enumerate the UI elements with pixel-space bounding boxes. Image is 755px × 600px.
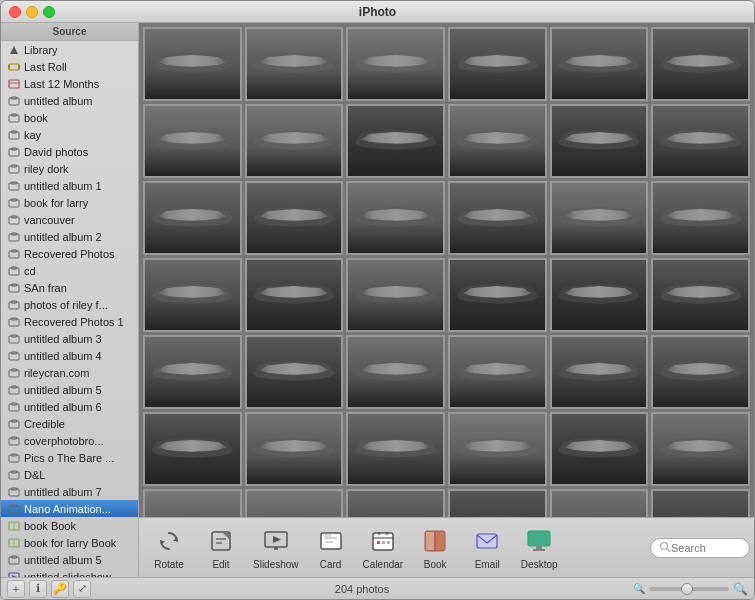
rotate-button[interactable]: Rotate bbox=[143, 522, 195, 573]
sidebar-item-untitled-album-1b[interactable]: untitled album 1 bbox=[1, 177, 138, 194]
photo-thumb[interactable] bbox=[651, 335, 750, 409]
photo-thumb[interactable] bbox=[245, 412, 344, 486]
sidebar-item-riley-dork[interactable]: riley dork bbox=[1, 160, 138, 177]
photo-thumb[interactable] bbox=[448, 181, 547, 255]
photo-thumb[interactable] bbox=[346, 181, 445, 255]
sidebar-item-untitled-album-2[interactable]: untitled album 2 bbox=[1, 228, 138, 245]
search-input[interactable] bbox=[671, 542, 751, 554]
photo-thumb[interactable] bbox=[346, 258, 445, 332]
photo-thumb[interactable] bbox=[143, 335, 242, 409]
photo-thumb[interactable] bbox=[448, 335, 547, 409]
photo-thumb[interactable] bbox=[143, 27, 242, 101]
sidebar-item-credible[interactable]: Credible bbox=[1, 415, 138, 432]
edit-button[interactable]: Edit bbox=[195, 522, 247, 573]
photo-thumb[interactable] bbox=[651, 258, 750, 332]
plane-silhouette bbox=[150, 508, 235, 517]
sidebar-item-pics-bare[interactable]: Pics o The Bare ... bbox=[1, 449, 138, 466]
sidebar-item-last-12[interactable]: Last 12 Months bbox=[1, 75, 138, 92]
photo-thumb[interactable] bbox=[245, 258, 344, 332]
photo-thumb[interactable] bbox=[245, 104, 344, 178]
sidebar-item-library[interactable]: Library bbox=[1, 41, 138, 58]
zoom-slider[interactable] bbox=[649, 587, 729, 591]
svg-rect-3 bbox=[18, 65, 20, 69]
photo-thumb[interactable] bbox=[448, 258, 547, 332]
photo-thumb[interactable] bbox=[245, 27, 344, 101]
sidebar-item-untitled-slideshow[interactable]: untitled slideshow bbox=[1, 568, 138, 577]
photo-thumb[interactable] bbox=[651, 104, 750, 178]
sidebar-item-dl[interactable]: D&L bbox=[1, 466, 138, 483]
close-button[interactable] bbox=[9, 6, 21, 18]
photo-thumb[interactable] bbox=[143, 489, 242, 517]
photo-thumb[interactable] bbox=[346, 489, 445, 517]
photo-thumb[interactable] bbox=[651, 412, 750, 486]
photo-thumb[interactable] bbox=[448, 104, 547, 178]
photo-thumb[interactable] bbox=[448, 489, 547, 517]
photo-thumb[interactable] bbox=[550, 335, 649, 409]
photo-thumb[interactable] bbox=[346, 335, 445, 409]
email-button[interactable]: Email bbox=[461, 522, 513, 573]
sidebar-item-recovered-photos[interactable]: Recovered Photos bbox=[1, 245, 138, 262]
photo-thumb[interactable] bbox=[448, 27, 547, 101]
maximize-button[interactable] bbox=[43, 6, 55, 18]
photo-thumb[interactable] bbox=[346, 104, 445, 178]
photo-thumb[interactable] bbox=[143, 104, 242, 178]
desktop-button[interactable]: Desktop bbox=[513, 522, 565, 573]
photo-thumb[interactable] bbox=[448, 412, 547, 486]
photo-thumb[interactable] bbox=[245, 181, 344, 255]
sidebar-item-last-roll[interactable]: Last Roll bbox=[1, 58, 138, 75]
sidebar-item-vancouver[interactable]: vancouver bbox=[1, 211, 138, 228]
window-controls bbox=[9, 6, 55, 18]
sidebar-item-book-book[interactable]: book Book bbox=[1, 517, 138, 534]
sidebar-item-untitled-album-7[interactable]: untitled album 7 bbox=[1, 483, 138, 500]
sidebar-item-book-larry-book[interactable]: book for larry Book bbox=[1, 534, 138, 551]
sidebar-item-recovered-photos-1[interactable]: Recovered Photos 1 bbox=[1, 313, 138, 330]
plane-silhouette bbox=[658, 123, 743, 158]
photo-image bbox=[653, 183, 748, 253]
calendar-button[interactable]: Calendar bbox=[357, 522, 410, 573]
photo-thumb[interactable] bbox=[550, 489, 649, 517]
photo-thumb[interactable] bbox=[550, 104, 649, 178]
sidebar-item-coverphotobro[interactable]: coverphotobro... bbox=[1, 432, 138, 449]
sidebar-item-nano-animation[interactable]: Nano Animation... bbox=[1, 500, 138, 517]
photo-grid-container[interactable] bbox=[139, 23, 754, 517]
sidebar-item-untitled-album-1[interactable]: untitled album bbox=[1, 92, 138, 109]
sidebar-item-untitled-album-5b[interactable]: untitled album 5 bbox=[1, 551, 138, 568]
sidebar-scroll[interactable]: LibraryLast RollLast 12 Monthsuntitled a… bbox=[1, 41, 138, 577]
photo-thumb[interactable] bbox=[550, 27, 649, 101]
photo-thumb[interactable] bbox=[550, 258, 649, 332]
album-icon bbox=[7, 417, 21, 431]
sidebar-item-book[interactable]: book bbox=[1, 109, 138, 126]
photo-thumb[interactable] bbox=[651, 489, 750, 517]
photo-thumb[interactable] bbox=[651, 27, 750, 101]
photo-thumb[interactable] bbox=[550, 412, 649, 486]
sidebar-item-untitled-album-3[interactable]: untitled album 3 bbox=[1, 330, 138, 347]
book-button[interactable]: Book bbox=[409, 522, 461, 573]
sidebar-item-untitled-album-6[interactable]: untitled album 6 bbox=[1, 398, 138, 415]
photo-thumb[interactable] bbox=[143, 181, 242, 255]
lock-button[interactable]: 🔑 bbox=[51, 580, 69, 598]
sidebar-item-kay[interactable]: kay bbox=[1, 126, 138, 143]
sidebar-item-cd[interactable]: cd bbox=[1, 262, 138, 279]
info-button[interactable]: ℹ bbox=[29, 580, 47, 598]
sidebar-item-photos-riley[interactable]: photos of riley f... bbox=[1, 296, 138, 313]
add-button[interactable]: + bbox=[7, 580, 25, 598]
sidebar-item-untitled-album-4[interactable]: untitled album 4 bbox=[1, 347, 138, 364]
photo-thumb[interactable] bbox=[143, 412, 242, 486]
sidebar-item-label-book-for-larry: book for larry bbox=[24, 197, 88, 209]
photo-thumb[interactable] bbox=[245, 335, 344, 409]
photo-thumb[interactable] bbox=[245, 489, 344, 517]
minimize-button[interactable] bbox=[26, 6, 38, 18]
photo-thumb[interactable] bbox=[346, 412, 445, 486]
sidebar-item-david-photos[interactable]: David photos bbox=[1, 143, 138, 160]
photo-thumb[interactable] bbox=[550, 181, 649, 255]
sidebar-item-san-fran[interactable]: SAn fran bbox=[1, 279, 138, 296]
fullscreen-button[interactable]: ⤢ bbox=[73, 580, 91, 598]
photo-thumb[interactable] bbox=[651, 181, 750, 255]
card-button[interactable]: Card bbox=[305, 522, 357, 573]
sidebar-item-rileycran[interactable]: rileycran.com bbox=[1, 364, 138, 381]
sidebar-item-untitled-album-5[interactable]: untitled album 5 bbox=[1, 381, 138, 398]
sidebar-item-book-for-larry[interactable]: book for larry bbox=[1, 194, 138, 211]
slideshow-button[interactable]: Slideshow bbox=[247, 522, 305, 573]
photo-thumb[interactable] bbox=[143, 258, 242, 332]
photo-thumb[interactable] bbox=[346, 27, 445, 101]
